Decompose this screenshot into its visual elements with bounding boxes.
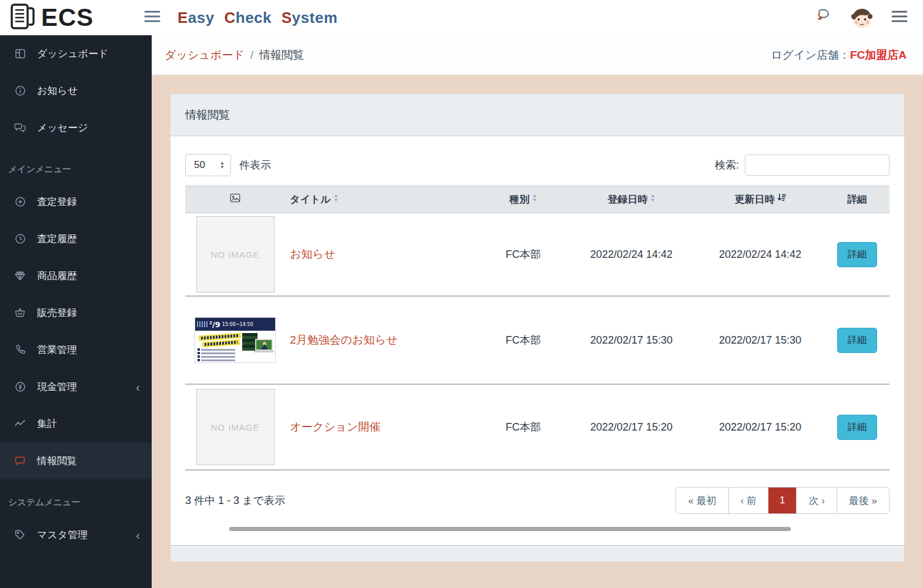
sidebar-item-appraisal-history[interactable]: 査定履歴 (0, 220, 152, 257)
banner-date: 2/9 (209, 321, 220, 328)
sidebar-item-messages[interactable]: メッセージ (0, 109, 152, 146)
main-content: 情報閲覧 50 ▲▼ 件表示 検索: (152, 75, 923, 588)
app-title: Easy Check System (178, 9, 343, 27)
chart-line-icon (13, 417, 27, 431)
sidebar-item-master-management[interactable]: マスタ管理 ‹ (0, 516, 152, 553)
column-header-image[interactable] (185, 186, 285, 213)
sidebar-item-label: ダッシュボード (37, 47, 108, 61)
info-view-card: 情報閲覧 50 ▲▼ 件表示 検索: (170, 94, 904, 562)
row-updated-cell: 2022/02/17 15:30 (695, 296, 825, 384)
column-header-detail: 詳細 (825, 186, 889, 213)
app-title-word: Easy (178, 9, 215, 27)
user-avatar[interactable] (848, 4, 876, 32)
page-length-suffix: 件表示 (239, 158, 271, 172)
login-store-name: FC加盟店A (850, 49, 907, 61)
table-row: NO IMAGE オークション開催 FC本部 2022/02/17 15:20 … (185, 384, 889, 470)
row-registered-cell: 2022/02/17 15:30 (567, 296, 695, 384)
login-store-label: ログイン店舗： (771, 49, 850, 61)
column-header-title[interactable]: タイトル (285, 186, 479, 213)
app-title-word: System (282, 9, 338, 27)
sidebar-item-label: 現金管理 (37, 380, 77, 394)
topbar-actions (815, 4, 923, 32)
sidebar-section-system-menu: システムメニュー (0, 479, 152, 516)
chevron-left-icon: ‹ (136, 529, 140, 541)
page-title: 情報閲覧 (185, 107, 230, 123)
banner-time: 15:00~14:50 (222, 322, 253, 327)
sidebar-item-label: 集計 (37, 417, 57, 431)
sidebar-item-appraisal-register[interactable]: 査定登録 (0, 183, 152, 220)
sidebar-item-sales-register[interactable]: 販売登録 (0, 294, 152, 331)
row-detail-cell: 詳細 (825, 384, 889, 470)
column-header-updated[interactable]: 更新日時 (695, 186, 825, 213)
settings-menu-icon[interactable] (891, 10, 908, 25)
sidebar-item-notices[interactable]: お知らせ (0, 72, 152, 109)
app-screen: ECS Easy Check System (0, 0, 923, 588)
banner-header: 2/9 15:00~14:50 (195, 318, 275, 331)
pagination-page-1-button[interactable]: 1 (768, 488, 796, 513)
card-header: 情報閲覧 (170, 94, 904, 136)
top-header: ECS Easy Check System (0, 0, 923, 35)
basket-icon (13, 306, 27, 320)
detail-button[interactable]: 詳細 (837, 415, 877, 440)
sidebar-item-business-management[interactable]: 営業管理 (0, 331, 152, 368)
sidebar-item-label: メッセージ (37, 121, 88, 135)
pagination-last-button[interactable]: 最後 » (837, 488, 889, 513)
sidebar-toggle-icon[interactable] (143, 9, 161, 26)
row-type-cell: FC本部 (479, 213, 567, 297)
ecs-logo[interactable]: ECS (0, 0, 152, 35)
ecs-document-icon (9, 2, 36, 33)
no-image-text: NO IMAGE (210, 422, 259, 432)
sidebar-item-label: 営業管理 (37, 343, 77, 357)
sidebar-item-label: 情報閲覧 (37, 454, 77, 468)
sidebar-item-dashboard[interactable]: ダッシュボード (0, 35, 152, 72)
horizontal-scrollbar[interactable] (229, 527, 791, 531)
column-header-registered[interactable]: 登録日時 (567, 186, 695, 213)
no-image-text: NO IMAGE (210, 250, 259, 260)
seminar-banner-thumbnail: 2/9 15:00~14:50 (195, 317, 276, 363)
chat-icon[interactable] (815, 8, 832, 27)
column-label: 詳細 (847, 194, 867, 205)
chevron-left-icon: ‹ (136, 381, 140, 393)
breadcrumb-dashboard-link[interactable]: ダッシュボード (165, 48, 245, 63)
sort-icon (333, 193, 339, 205)
no-image-placeholder: NO IMAGE (196, 216, 275, 293)
table-row: NO IMAGE お知らせ FC本部 2022/02/24 14:42 2022… (185, 213, 889, 297)
clock-icon (13, 232, 27, 246)
app-title-word: Check (224, 9, 272, 27)
sidebar-item-totals[interactable]: 集計 (0, 405, 152, 442)
breadcrumb-current: 情報閲覧 (259, 48, 304, 63)
detail-button[interactable]: 詳細 (837, 328, 877, 353)
pagination-first-button[interactable]: « 最初 (676, 488, 728, 513)
sidebar-item-cash-management[interactable]: 現金管理 ‹ (0, 368, 152, 405)
row-title-link[interactable]: 2月勉強会のお知らせ (290, 334, 397, 346)
sidebar-item-product-history[interactable]: 商品履歴 (0, 257, 152, 294)
dashboard-icon (13, 47, 27, 61)
row-image-cell: NO IMAGE (185, 213, 285, 297)
column-label: タイトル (290, 194, 331, 205)
column-header-type[interactable]: 種別 (479, 186, 567, 213)
card-body: 50 ▲▼ 件表示 検索: (170, 136, 904, 545)
sidebar-section-main-menu: メインメニュー (0, 146, 152, 183)
pagination: « 最初 ‹ 前 1 次 › 最後 » (675, 487, 889, 514)
row-image-cell: 2/9 15:00~14:50 (185, 296, 285, 384)
row-title-cell: お知らせ (285, 213, 479, 297)
row-title-link[interactable]: オークション開催 (290, 421, 380, 433)
sidebar-item-label: お知らせ (37, 84, 78, 98)
pagination-next-button[interactable]: 次 › (796, 488, 836, 513)
detail-button[interactable]: 詳細 (837, 242, 877, 267)
pagination-prev-button[interactable]: ‹ 前 (728, 488, 768, 513)
row-title-link[interactable]: お知らせ (290, 248, 335, 260)
gem-icon (13, 269, 27, 283)
row-type-cell: FC本部 (479, 384, 567, 470)
table-row: 2/9 15:00~14:50 (185, 296, 889, 384)
table-controls: 50 ▲▼ 件表示 検索: (185, 154, 889, 176)
table-header-row: タイトル 種別 登録日時 更新日時 (185, 186, 889, 213)
row-updated-cell: 2022/02/17 15:20 (695, 384, 825, 470)
page-length-select[interactable]: 50 ▲▼ (185, 154, 231, 176)
tags-icon (13, 528, 27, 542)
search-input[interactable] (745, 154, 889, 176)
image-column-icon (229, 194, 241, 206)
row-detail-cell: 詳細 (825, 296, 889, 384)
plus-circle-icon (13, 195, 27, 209)
sidebar-item-info-view[interactable]: 情報閲覧 (0, 442, 152, 479)
